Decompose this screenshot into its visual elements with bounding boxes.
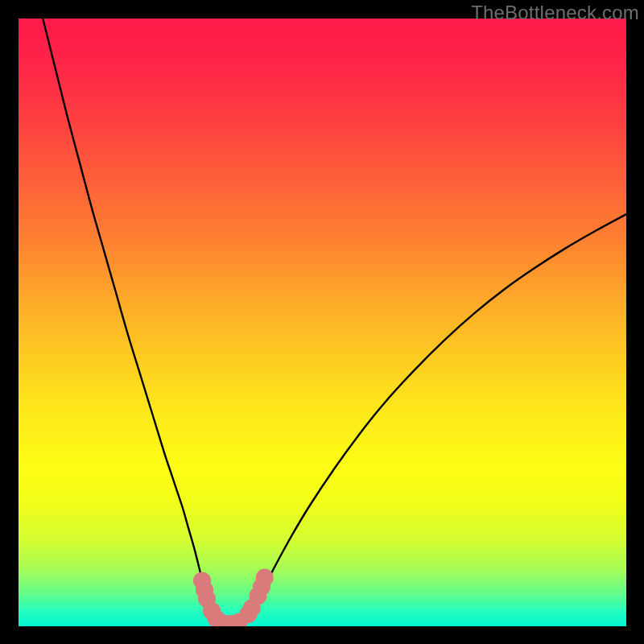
plot-area	[19, 19, 626, 626]
gradient-background	[19, 19, 626, 626]
attribution-text: TheBottleneck.com	[471, 2, 639, 24]
curve-marker	[256, 569, 274, 587]
plot-svg	[19, 19, 626, 626]
chart-frame: TheBottleneck.com	[0, 0, 644, 644]
